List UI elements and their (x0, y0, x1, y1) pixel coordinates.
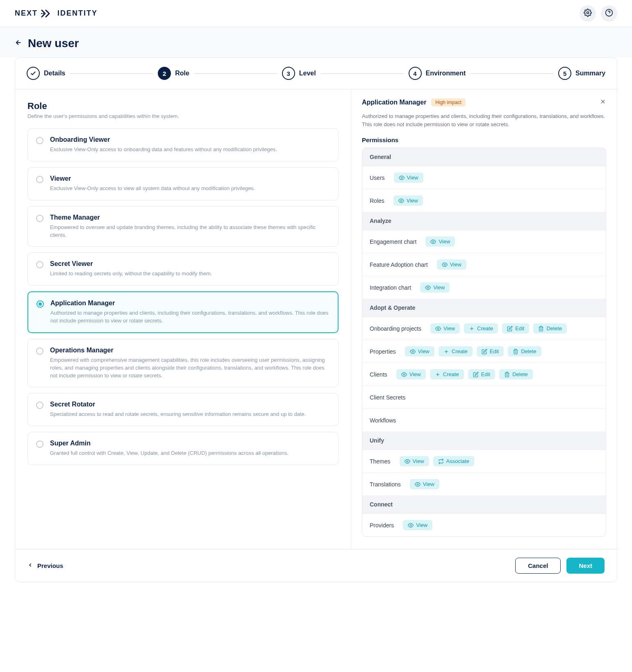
settings-button[interactable] (580, 5, 596, 22)
detail-header: Application Manager High impact (362, 98, 606, 107)
step-badge: 5 (558, 67, 571, 80)
permission-row: Feature Adoption chartView (362, 253, 606, 276)
permission-chip: Create (439, 346, 473, 356)
trash-icon (504, 372, 510, 377)
eye-icon (430, 239, 436, 245)
step-badge: 3 (282, 67, 295, 80)
permission-chips: View (394, 173, 423, 183)
permission-chips: ViewCreateEditDelete (430, 323, 567, 334)
chip-label: View (407, 175, 418, 181)
eye-icon (415, 481, 421, 487)
step-connector (321, 73, 404, 74)
permission-chips: View (403, 520, 432, 530)
role-option[interactable]: Operations ManagerEmpowered with compreh… (27, 339, 339, 388)
detail-description: Authorized to manage properties and clie… (362, 112, 606, 128)
permission-name: Translations (370, 481, 401, 488)
step-label: Details (44, 70, 65, 77)
eye-icon (399, 175, 405, 181)
help-button[interactable] (601, 5, 617, 22)
chip-label: View (450, 261, 461, 268)
previous-button[interactable]: Previous (27, 562, 63, 569)
permission-chip: Edit (477, 346, 504, 356)
logo-text-next: NEXT (15, 9, 38, 18)
cancel-button[interactable]: Cancel (515, 558, 561, 574)
close-detail-button[interactable] (600, 98, 606, 107)
permission-row: Onboarding projectsViewCreateEditDelete (362, 317, 606, 340)
detail-title: Application Manager (362, 99, 426, 106)
permission-name: Providers (370, 522, 394, 529)
permission-chip: Create (464, 323, 498, 334)
role-option[interactable]: Theme ManagerEmpowered to oversee and up… (27, 206, 339, 247)
permission-chip: View (430, 323, 460, 334)
permission-name: Integration chart (370, 284, 411, 291)
permission-group-header: Unify (362, 431, 606, 450)
step-details[interactable]: Details (27, 67, 65, 80)
swap-icon (438, 459, 444, 464)
role-title: Onboarding Viewer (50, 136, 277, 143)
permission-chips: ViewCreateEditDelete (396, 369, 533, 379)
trash-icon (538, 326, 544, 331)
step-environment[interactable]: 4Environment (409, 67, 466, 80)
radio-icon (36, 440, 43, 448)
permissions-table: GeneralUsersViewRolesViewAnalyzeEngageme… (362, 148, 606, 537)
permission-chip: Delete (499, 369, 533, 379)
permission-chip: View (425, 236, 455, 247)
role-description: Limited to reading secrets only, without… (50, 270, 212, 278)
step-connector (70, 73, 153, 74)
role-description: Authorized to manage properties and clie… (50, 309, 330, 325)
role-title: Secret Rotator (50, 401, 306, 408)
radio-icon (36, 261, 43, 268)
chip-label: View (433, 284, 445, 291)
role-option[interactable]: Application ManagerAuthorized to manage … (27, 291, 339, 333)
role-option[interactable]: Secret ViewerLimited to reading secrets … (27, 252, 339, 286)
role-title: Super Admin (50, 440, 289, 447)
chip-label: Create (452, 348, 468, 354)
step-connector (471, 73, 553, 74)
logo-arrows-icon (41, 9, 54, 18)
role-option[interactable]: Super AdminGranted full control with Cre… (27, 432, 339, 465)
gear-icon (584, 9, 592, 18)
chip-label: Edit (515, 325, 524, 331)
role-description: Specialized access to read and rotate se… (50, 411, 306, 418)
page-title: New user (28, 37, 79, 50)
step-level[interactable]: 3Level (282, 67, 316, 80)
permission-chip: Delete (508, 346, 541, 356)
role-description: Exclusive View-Only access to onboarding… (50, 146, 277, 154)
role-option[interactable]: Secret RotatorSpecialized access to read… (27, 393, 339, 426)
permission-row: ThemesViewAssociate (362, 450, 606, 472)
eye-icon (405, 459, 410, 464)
chip-label: Edit (490, 348, 499, 354)
edit-icon (482, 349, 487, 354)
chip-label: Associate (446, 458, 469, 464)
step-summary[interactable]: 5Summary (558, 67, 605, 80)
role-option[interactable]: Onboarding ViewerExclusive View-Only acc… (27, 128, 339, 161)
chip-label: Create (477, 325, 493, 331)
eye-icon (442, 262, 448, 268)
plus-icon (443, 349, 449, 354)
permission-row: ClientsViewCreateEditDelete (362, 363, 606, 386)
stepper: Details2Role3Level4Environment5Summary (15, 58, 617, 89)
role-title: Viewer (50, 175, 255, 182)
role-detail-panel: Application Manager High impact Authoriz… (351, 89, 617, 549)
permission-chips: View (425, 236, 455, 247)
next-button[interactable]: Next (566, 558, 605, 574)
chip-label: Create (443, 371, 459, 377)
plus-icon (435, 372, 441, 377)
radio-icon (36, 137, 43, 144)
step-role[interactable]: 2Role (158, 67, 189, 80)
wizard-card: Details2Role3Level4Environment5Summary R… (15, 57, 617, 582)
topbar-actions (580, 5, 617, 22)
role-option[interactable]: ViewerExclusive View-Only access to view… (27, 167, 339, 200)
permission-chip: View (400, 456, 429, 466)
chip-label: Edit (481, 371, 490, 377)
permissions-heading: Permissions (362, 136, 606, 143)
permission-name: Roles (370, 198, 384, 204)
edit-icon (507, 326, 513, 331)
permission-row: RolesView (362, 189, 606, 212)
logo-text-identity: IDENTITY (57, 9, 98, 18)
svg-point-14 (412, 351, 414, 352)
radio-icon (36, 176, 43, 183)
role-title: Operations Manager (50, 347, 330, 354)
role-description: Empowered to oversee and update branding… (50, 224, 330, 239)
back-button[interactable] (15, 39, 22, 48)
